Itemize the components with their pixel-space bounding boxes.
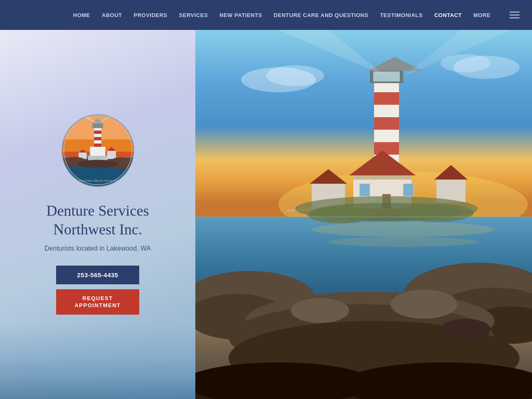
svg-point-65 bbox=[308, 207, 374, 223]
svg-point-71 bbox=[441, 54, 490, 72]
svg-rect-36 bbox=[353, 175, 411, 180]
hero-right-panel bbox=[195, 30, 532, 399]
hamburger-menu[interactable] bbox=[502, 12, 520, 18]
svg-point-61 bbox=[291, 298, 349, 323]
svg-rect-10 bbox=[94, 137, 101, 140]
svg-rect-31 bbox=[374, 92, 399, 105]
logo-circle bbox=[62, 114, 134, 187]
phone-button[interactable]: 253-565-4435 bbox=[56, 266, 139, 284]
svg-point-62 bbox=[441, 319, 490, 340]
nav-item-services[interactable]: SERVICES bbox=[179, 11, 208, 19]
svg-rect-33 bbox=[374, 142, 399, 155]
svg-rect-39 bbox=[403, 184, 414, 196]
nav-item-contact[interactable]: CONTACT bbox=[434, 11, 462, 19]
svg-point-66 bbox=[399, 204, 474, 222]
logo-svg bbox=[62, 115, 133, 186]
hamburger-icon[interactable] bbox=[510, 12, 520, 18]
nav-item-denture-care[interactable]: DENTURE CARE AND QUESTIONS bbox=[273, 11, 368, 19]
nav-links: HOME ABOUT PROVIDERS SERVICES NEW PATIEN… bbox=[73, 11, 520, 19]
request-appointment-button[interactable]: REQUEST APPOINTMENT bbox=[56, 289, 139, 315]
svg-rect-32 bbox=[374, 117, 399, 130]
svg-point-29 bbox=[328, 237, 478, 247]
business-name: Denture Services Northwest Inc. bbox=[17, 202, 179, 239]
svg-point-22 bbox=[77, 160, 118, 168]
nav-item-about[interactable]: ABOUT bbox=[102, 11, 122, 19]
business-tagline: Denturists located in Lakewood, WA bbox=[44, 245, 151, 252]
svg-rect-11 bbox=[94, 143, 101, 147]
svg-point-60 bbox=[391, 290, 457, 319]
hero-section: Denture Services Northwest Inc. Denturis… bbox=[0, 30, 532, 399]
svg-point-69 bbox=[266, 65, 324, 86]
nav-item-more[interactable]: MORE bbox=[473, 11, 490, 19]
hero-left-panel: Denture Services Northwest Inc. Denturis… bbox=[0, 30, 195, 399]
main-navigation: HOME ABOUT PROVIDERS SERVICES NEW PATIEN… bbox=[0, 0, 532, 30]
svg-rect-38 bbox=[360, 184, 370, 196]
nav-item-testimonials[interactable]: TESTIMONIALS bbox=[380, 11, 423, 19]
svg-rect-9 bbox=[94, 131, 101, 134]
svg-rect-12 bbox=[92, 123, 103, 128]
svg-rect-16 bbox=[107, 151, 116, 159]
nav-item-home[interactable]: HOME bbox=[73, 11, 90, 19]
hero-image bbox=[195, 30, 532, 399]
nav-item-new-patients[interactable]: NEW PATIENTS bbox=[219, 11, 262, 19]
nav-item-providers[interactable]: PROVIDERS bbox=[133, 11, 167, 19]
svg-point-28 bbox=[312, 222, 495, 237]
